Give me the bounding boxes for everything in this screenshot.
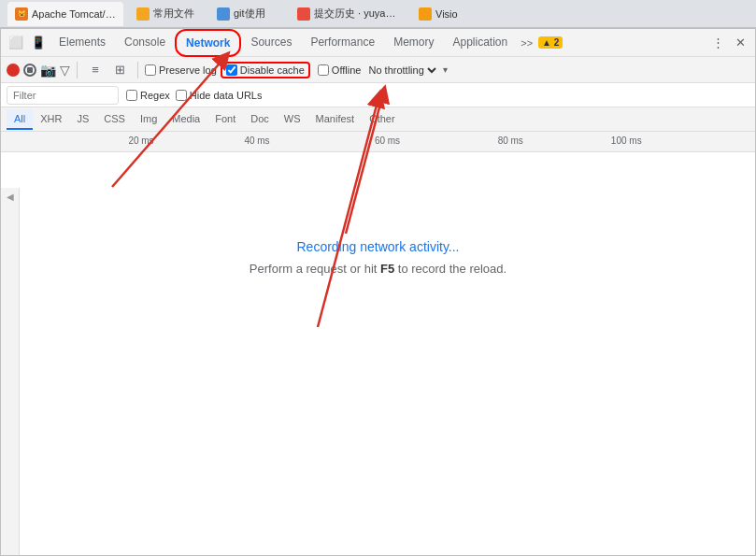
warning-badge: ▲ 2 [538, 36, 563, 49]
preserve-log-checkbox[interactable] [145, 64, 156, 76]
more-options-icon[interactable]: ⋮ [706, 32, 729, 54]
res-tab-css[interactable]: CSS [96, 109, 133, 130]
hide-data-urls-label[interactable]: Hide data URLs [176, 90, 263, 101]
camera-icon[interactable]: 📷 [40, 63, 56, 78]
bookmark-docs-icon [136, 7, 150, 21]
tab-console[interactable]: Console [115, 29, 175, 57]
tree-view-icon[interactable]: ⊞ [108, 59, 131, 81]
offline-label[interactable]: Offline [318, 64, 362, 76]
network-toolbar: 📷 ▽ ≡ ⊞ Preserve log Disable cache Offli… [1, 57, 755, 83]
main-content: Recording network activity... Perform a … [1, 152, 755, 363]
res-tab-media[interactable]: Media [164, 109, 207, 130]
tab-performance[interactable]: Performance [301, 29, 384, 57]
res-tab-all[interactable]: All [7, 109, 33, 130]
devtools-panel: ⬜ 📱 Elements Console Network Sources Per… [0, 28, 756, 556]
tomcat-icon: 🐱 [15, 7, 28, 21]
stop-button[interactable] [23, 64, 36, 77]
tab-history[interactable]: 提交历史 · yuyang/L... [290, 2, 406, 26]
timeline-mark-20: 20 ms [128, 135, 153, 146]
tab-tomcat-label: Apache Tomcat/9.0 [32, 8, 116, 20]
toolbar-separator-2 [137, 62, 138, 78]
disable-cache-wrapper: Disable cache [221, 62, 310, 78]
tab-git[interactable]: git使用 [209, 2, 284, 26]
list-view-icon[interactable]: ≡ [84, 59, 107, 81]
browser-top-bar: 🐱 Apache Tomcat/9.0 常用文件 git使用 提交历史 · yu… [0, 0, 756, 28]
left-sidebar: ◀ [1, 188, 20, 555]
timeline-mark-80: 80 ms [498, 135, 523, 146]
hint-text: Perform a request or hit F5 to record th… [250, 262, 506, 276]
bookmark-history-icon [297, 7, 310, 21]
record-button[interactable] [7, 64, 20, 77]
filter-input[interactable] [7, 86, 119, 105]
filter-icon[interactable]: ▽ [60, 63, 70, 78]
tab-history-label: 提交历史 · yuyang/L... [314, 7, 398, 21]
res-tab-doc[interactable]: Doc [243, 109, 277, 130]
res-tab-font[interactable]: Font [207, 109, 243, 130]
tab-docs[interactable]: 常用文件 [129, 2, 204, 26]
res-tab-img[interactable]: Img [133, 109, 164, 130]
tab-docs-label: 常用文件 [153, 7, 194, 21]
recording-text: Recording network activity... [296, 239, 459, 254]
regex-label[interactable]: Regex [126, 90, 170, 101]
bookmark-visio-icon [419, 7, 432, 21]
tab-network[interactable]: Network [175, 29, 241, 57]
throttle-dropdown-icon[interactable]: ▾ [443, 64, 448, 75]
inspect-icon[interactable]: ⬜ [5, 32, 27, 54]
bookmark-git-icon [217, 7, 230, 21]
timeline-header: 20 ms 40 ms 60 ms 80 ms 100 ms [1, 132, 755, 152]
tab-memory[interactable]: Memory [384, 29, 443, 57]
disable-cache-checkbox[interactable] [226, 64, 237, 76]
close-devtools-icon[interactable]: ✕ [729, 32, 751, 54]
f5-key: F5 [380, 262, 394, 276]
regex-checkbox[interactable] [126, 90, 137, 101]
tab-sources[interactable]: Sources [241, 29, 301, 57]
tab-elements[interactable]: Elements [50, 29, 115, 57]
stop-inner-icon [27, 67, 33, 73]
res-tab-ws[interactable]: WS [277, 109, 308, 130]
filter-options: Regex Hide data URLs [126, 90, 262, 101]
offline-checkbox[interactable] [318, 64, 329, 76]
tab-tomcat[interactable]: 🐱 Apache Tomcat/9.0 [7, 2, 123, 26]
tab-git-label: git使用 [234, 7, 265, 21]
timeline-mark-60: 60 ms [375, 135, 400, 146]
disable-cache-label[interactable]: Disable cache [226, 64, 305, 76]
tab-visio[interactable]: Visio [411, 2, 486, 26]
res-tab-manifest[interactable]: Manifest [308, 109, 363, 130]
hide-data-urls-checkbox[interactable] [176, 90, 187, 101]
tab-application[interactable]: Application [443, 29, 517, 57]
tab-more[interactable]: >> [517, 32, 536, 54]
devtools-tab-bar: ⬜ 📱 Elements Console Network Sources Per… [1, 29, 755, 57]
resource-type-tabs: All XHR JS CSS Img Media Font Doc WS Man… [1, 107, 755, 132]
offline-section: Offline No throttling ▾ [318, 64, 449, 77]
timeline-mark-100: 100 ms [611, 135, 642, 146]
timeline-mark-40: 40 ms [244, 135, 269, 146]
sidebar-collapse-icon[interactable]: ◀ [7, 192, 14, 202]
filter-row: Regex Hide data URLs [1, 83, 755, 107]
res-tab-xhr[interactable]: XHR [33, 109, 69, 130]
main-area: ◀ Recording network activity... Perform … [1, 152, 755, 521]
preserve-log-label[interactable]: Preserve log [145, 64, 217, 76]
toolbar-separator-1 [77, 62, 78, 78]
device-icon[interactable]: 📱 [27, 32, 50, 54]
view-buttons: ≡ ⊞ [84, 59, 131, 81]
throttle-select[interactable]: No throttling [364, 64, 439, 77]
res-tab-js[interactable]: JS [69, 109, 96, 130]
tab-visio-label: Visio [435, 8, 458, 20]
timeline-markers: 20 ms 40 ms 60 ms 80 ms 100 ms [25, 132, 749, 152]
res-tab-other[interactable]: Other [362, 109, 403, 130]
